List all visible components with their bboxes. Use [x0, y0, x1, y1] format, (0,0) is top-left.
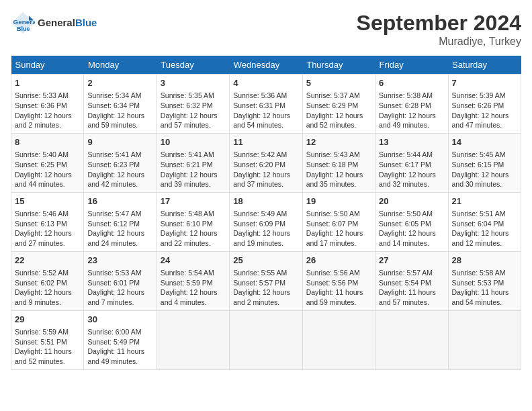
- sunset-label: Sunset: 6:31 PM: [233, 101, 285, 109]
- page-header: General Blue GeneralBlue September 2024 …: [11, 11, 521, 48]
- calendar-week-row: 1Sunrise: 5:33 AMSunset: 6:36 PMDaylight…: [11, 75, 521, 134]
- sunrise-label: Sunrise: 5:39 AM: [452, 91, 506, 99]
- day-number: 5: [306, 77, 371, 89]
- sunset-label: Sunset: 6:01 PM: [87, 279, 140, 287]
- svg-text:Blue: Blue: [17, 26, 30, 32]
- sunset-label: Sunset: 6:26 PM: [452, 101, 504, 109]
- sunset-label: Sunset: 6:15 PM: [452, 161, 504, 169]
- daylight-label: Daylight: 12 hours and 22 minutes.: [161, 229, 218, 247]
- day-number: 28: [452, 255, 517, 267]
- sunrise-label: Sunrise: 5:55 AM: [233, 269, 287, 277]
- day-number: 26: [306, 255, 371, 267]
- sunrise-label: Sunrise: 5:47 AM: [87, 210, 141, 218]
- sunset-label: Sunset: 6:04 PM: [452, 220, 504, 228]
- sunrise-label: Sunrise: 6:00 AM: [87, 328, 141, 336]
- sunset-label: Sunset: 5:53 PM: [452, 279, 504, 287]
- day-number: 30: [87, 314, 152, 326]
- table-row: [375, 310, 448, 369]
- day-number: 25: [233, 255, 298, 267]
- calendar-week-row: 29Sunrise: 5:59 AMSunset: 5:51 PMDayligh…: [11, 310, 521, 369]
- table-row: [448, 310, 521, 369]
- day-number: 10: [161, 136, 226, 148]
- sunrise-label: Sunrise: 5:44 AM: [379, 150, 433, 158]
- table-row: 23Sunrise: 5:53 AMSunset: 6:01 PMDayligh…: [84, 251, 157, 310]
- sunset-label: Sunset: 6:20 PM: [233, 161, 285, 169]
- day-number: 20: [379, 195, 444, 208]
- table-row: 30Sunrise: 6:00 AMSunset: 5:49 PMDayligh…: [84, 310, 157, 369]
- table-row: 15Sunrise: 5:46 AMSunset: 6:13 PMDayligh…: [11, 192, 84, 251]
- day-number: 3: [161, 77, 226, 89]
- day-number: 7: [452, 77, 517, 89]
- daylight-label: Daylight: 12 hours and 2 minutes.: [15, 111, 72, 130]
- table-row: 13Sunrise: 5:44 AMSunset: 6:17 PMDayligh…: [375, 133, 448, 192]
- sunset-label: Sunset: 6:34 PM: [87, 101, 140, 109]
- sunrise-label: Sunrise: 5:46 AM: [15, 210, 69, 218]
- day-number: 11: [233, 136, 298, 148]
- sunrise-label: Sunrise: 5:50 AM: [306, 210, 360, 218]
- sunrise-label: Sunrise: 5:58 AM: [452, 269, 506, 277]
- day-number: 29: [15, 314, 80, 326]
- table-row: 5Sunrise: 5:37 AMSunset: 6:29 PMDaylight…: [302, 75, 375, 134]
- table-row: 1Sunrise: 5:33 AMSunset: 6:36 PMDaylight…: [11, 75, 84, 134]
- sunset-label: Sunset: 6:32 PM: [161, 101, 213, 109]
- daylight-label: Daylight: 12 hours and 30 minutes.: [452, 171, 509, 189]
- day-number: 21: [452, 195, 517, 208]
- day-number: 15: [15, 195, 80, 208]
- table-row: 16Sunrise: 5:47 AMSunset: 6:12 PMDayligh…: [84, 192, 157, 251]
- daylight-label: Daylight: 12 hours and 59 minutes.: [87, 111, 144, 130]
- daylight-label: Daylight: 12 hours and 32 minutes.: [379, 171, 436, 189]
- sunrise-label: Sunrise: 5:34 AM: [87, 91, 141, 99]
- day-number: 9: [87, 136, 152, 148]
- daylight-label: Daylight: 12 hours and 52 minutes.: [306, 111, 363, 130]
- daylight-label: Daylight: 12 hours and 24 minutes.: [87, 229, 144, 247]
- table-row: 14Sunrise: 5:45 AMSunset: 6:15 PMDayligh…: [448, 133, 521, 192]
- day-number: 6: [379, 77, 444, 89]
- day-number: 4: [233, 77, 298, 89]
- sunset-label: Sunset: 6:28 PM: [379, 101, 431, 109]
- sunrise-label: Sunrise: 5:52 AM: [15, 269, 69, 277]
- daylight-label: Daylight: 11 hours and 57 minutes.: [379, 288, 436, 306]
- sunset-label: Sunset: 6:02 PM: [15, 279, 67, 287]
- daylight-label: Daylight: 11 hours and 54 minutes.: [452, 288, 509, 306]
- table-row: 9Sunrise: 5:41 AMSunset: 6:23 PMDaylight…: [84, 133, 157, 192]
- sunset-label: Sunset: 5:56 PM: [306, 279, 359, 287]
- daylight-label: Daylight: 12 hours and 2 minutes.: [233, 288, 290, 306]
- col-tuesday: Tuesday: [157, 56, 229, 75]
- sunrise-label: Sunrise: 5:53 AM: [87, 269, 141, 277]
- col-friday: Friday: [375, 56, 448, 75]
- table-row: [157, 310, 229, 369]
- daylight-label: Daylight: 12 hours and 17 minutes.: [306, 229, 363, 247]
- day-number: 18: [233, 195, 298, 208]
- daylight-label: Daylight: 12 hours and 4 minutes.: [161, 288, 218, 306]
- table-row: 17Sunrise: 5:48 AMSunset: 6:10 PMDayligh…: [157, 192, 229, 251]
- table-row: 18Sunrise: 5:49 AMSunset: 6:09 PMDayligh…: [230, 192, 302, 251]
- sunset-label: Sunset: 5:51 PM: [15, 338, 67, 346]
- day-number: 23: [87, 255, 152, 267]
- logo-icon: General Blue: [11, 11, 35, 35]
- month-title: September 2024: [357, 11, 521, 36]
- sunset-label: Sunset: 6:17 PM: [379, 161, 431, 169]
- col-sunday: Sunday: [11, 56, 84, 75]
- day-number: 16: [87, 195, 152, 208]
- daylight-label: Daylight: 12 hours and 19 minutes.: [233, 229, 290, 247]
- sunset-label: Sunset: 6:05 PM: [379, 220, 431, 228]
- sunset-label: Sunset: 6:21 PM: [161, 161, 213, 169]
- sunset-label: Sunset: 6:13 PM: [15, 220, 67, 228]
- sunrise-label: Sunrise: 5:38 AM: [379, 91, 433, 99]
- table-row: [230, 310, 302, 369]
- day-number: 27: [379, 255, 444, 267]
- day-number: 22: [15, 255, 80, 267]
- sunrise-label: Sunrise: 5:51 AM: [452, 210, 506, 218]
- sunrise-label: Sunrise: 5:45 AM: [452, 150, 506, 158]
- daylight-label: Daylight: 12 hours and 14 minutes.: [379, 229, 436, 247]
- sunset-label: Sunset: 5:49 PM: [87, 338, 140, 346]
- table-row: 10Sunrise: 5:41 AMSunset: 6:21 PMDayligh…: [157, 133, 229, 192]
- table-row: [302, 310, 375, 369]
- table-row: 25Sunrise: 5:55 AMSunset: 5:57 PMDayligh…: [230, 251, 302, 310]
- day-number: 1: [15, 77, 80, 89]
- sunset-label: Sunset: 6:23 PM: [87, 161, 140, 169]
- table-row: 11Sunrise: 5:42 AMSunset: 6:20 PMDayligh…: [230, 133, 302, 192]
- col-saturday: Saturday: [448, 56, 521, 75]
- daylight-label: Daylight: 12 hours and 57 minutes.: [161, 111, 218, 130]
- sunset-label: Sunset: 6:18 PM: [306, 161, 359, 169]
